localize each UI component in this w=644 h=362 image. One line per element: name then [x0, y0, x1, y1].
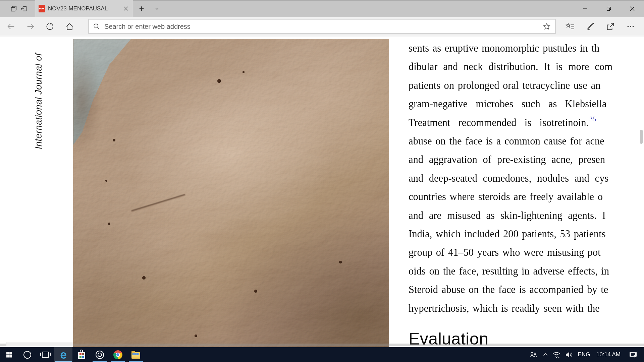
article-line: hypertrichosis, which is readily seen wi…: [409, 299, 644, 318]
back-arrow-icon: [6, 22, 16, 31]
tab-preview-toggle[interactable]: [151, 0, 163, 17]
volume-button[interactable]: [562, 347, 576, 362]
pdf-file-icon: PDF: [39, 5, 45, 12]
folder-front: [131, 355, 140, 359]
show-desktop-button[interactable]: [641, 347, 644, 362]
tabs-set-aside-panel-button[interactable]: [19, 0, 29, 17]
taskbar-store-button[interactable]: [72, 347, 91, 362]
language-label: ENG: [578, 351, 590, 358]
set-tabs-aside-button[interactable]: [9, 0, 19, 17]
mole-spot: [113, 139, 115, 141]
article-line: sents as eruptive monomorphic pustules i…: [409, 39, 644, 58]
article-line: gram-negative microbes such as Klebsiell…: [409, 95, 644, 113]
journal-spine-text: International Journal of: [33, 53, 44, 149]
start-button[interactable]: [0, 347, 18, 362]
web-note-button[interactable]: [580, 19, 600, 34]
restore-window-button[interactable]: [597, 0, 621, 17]
window-controls: [574, 0, 644, 17]
new-tab-button[interactable]: +: [136, 0, 147, 17]
citation-reference-35[interactable]: 35: [589, 115, 596, 123]
people-icon: [529, 351, 538, 358]
toolbar-buttons: [560, 19, 641, 34]
close-window-button[interactable]: [621, 0, 644, 17]
restore-window-icon: [606, 6, 611, 11]
article-line-text: Treatment recommended is isotretinoin.: [409, 117, 589, 128]
share-button[interactable]: [600, 19, 621, 34]
minimize-button[interactable]: [574, 0, 597, 17]
windows-logo-icon: [6, 352, 12, 358]
hub-star-list-icon: [566, 22, 575, 31]
hub-favorites-button[interactable]: [560, 19, 580, 34]
minimize-icon: [583, 6, 588, 11]
article-line: countries where steroids are freely avai…: [409, 188, 644, 206]
taskbar-recorder-button[interactable]: [91, 347, 109, 362]
wifi-icon: [552, 351, 561, 358]
back-button[interactable]: [1, 17, 21, 36]
vertical-scrollbar-thumb[interactable]: [640, 130, 643, 144]
article-line: patients on prolonged oral tetracycline …: [409, 76, 644, 95]
share-icon: [606, 22, 615, 31]
clock-label: 10:14 AM: [596, 351, 621, 358]
ink-pen-icon: [586, 22, 595, 31]
mole-spot: [243, 71, 245, 73]
address-bar[interactable]: [89, 19, 555, 34]
horizontal-scrollbar-track[interactable]: [0, 344, 644, 346]
settings-more-button[interactable]: [621, 19, 641, 34]
star-icon: [543, 22, 551, 31]
skin-closeup-photo: [73, 39, 389, 347]
mole-spot: [217, 79, 221, 83]
home-button[interactable]: [60, 17, 79, 36]
ellipsis-icon: [626, 22, 635, 31]
task-view-button[interactable]: [36, 347, 54, 362]
mole-spot: [195, 335, 197, 337]
close-window-icon: [630, 6, 635, 11]
file-explorer-icon: [131, 352, 140, 359]
forward-arrow-icon: [26, 22, 35, 31]
restore-tabs-icon: [20, 5, 28, 12]
set-aside-tabs-icon: [10, 5, 17, 12]
tab-nov23-menopausal[interactable]: PDF NOV23-MENOPAUSAL-: [35, 0, 133, 17]
chevron-up-icon: [543, 352, 548, 357]
pdf-badge-label: PDF: [39, 7, 45, 10]
navigation-bar: [0, 17, 644, 36]
article-line: India, which included 200 patients, 53 p…: [409, 225, 644, 243]
article-line: abuse on the face is a common cause for …: [409, 132, 644, 150]
tab-title: NOV23-MENOPAUSAL-: [48, 5, 121, 12]
refresh-button[interactable]: [40, 17, 60, 36]
chrome-icon: [113, 350, 122, 359]
taskbar-clock[interactable]: 10:14 AM: [592, 347, 625, 362]
chevron-down-icon: [154, 6, 160, 12]
article-line: oids on the face, resulting in adverse e…: [409, 262, 644, 281]
close-icon: [124, 6, 128, 11]
article-line: Steroid abuse on the face is accompanied…: [409, 281, 644, 299]
concentric-circles-app-icon: [96, 351, 104, 359]
language-indicator[interactable]: ENG: [576, 347, 592, 362]
mole-spot: [105, 180, 107, 182]
address-input[interactable]: [104, 22, 540, 31]
action-center-button[interactable]: [625, 347, 641, 362]
article-line: group of 41–50 years who were misusing p…: [409, 243, 644, 262]
network-button[interactable]: [550, 347, 562, 362]
horizontal-scrollbar-thumb[interactable]: [6, 342, 73, 346]
people-button[interactable]: [526, 347, 540, 362]
mole-spot: [108, 223, 110, 225]
skin-crease-mark: [131, 194, 185, 212]
taskbar-chrome-button[interactable]: [109, 347, 127, 362]
taskbar-file-explorer-button[interactable]: [127, 347, 145, 362]
article-text-column: sents as eruptive monomorphic pustules i…: [409, 39, 644, 347]
article-line: and deep-seated comedones, nodules and c…: [409, 169, 644, 188]
mole-spot: [339, 261, 342, 263]
skin-pore-overlay: [73, 39, 389, 347]
tab-bar: PDF NOV23-MENOPAUSAL- +: [0, 0, 644, 17]
mole-spot: [142, 276, 146, 280]
cortana-search-button[interactable]: [18, 347, 36, 362]
pdf-viewer: International Journal of: [0, 36, 644, 347]
tab-close-button[interactable]: [121, 4, 130, 13]
tray-expand-button[interactable]: [540, 347, 550, 362]
mole-spot: [254, 290, 257, 293]
forward-button[interactable]: [21, 17, 40, 36]
home-icon: [65, 22, 74, 31]
add-favorite-button[interactable]: [540, 20, 553, 33]
taskbar-edge-button[interactable]: e: [54, 347, 72, 362]
speaker-icon: [565, 351, 574, 358]
